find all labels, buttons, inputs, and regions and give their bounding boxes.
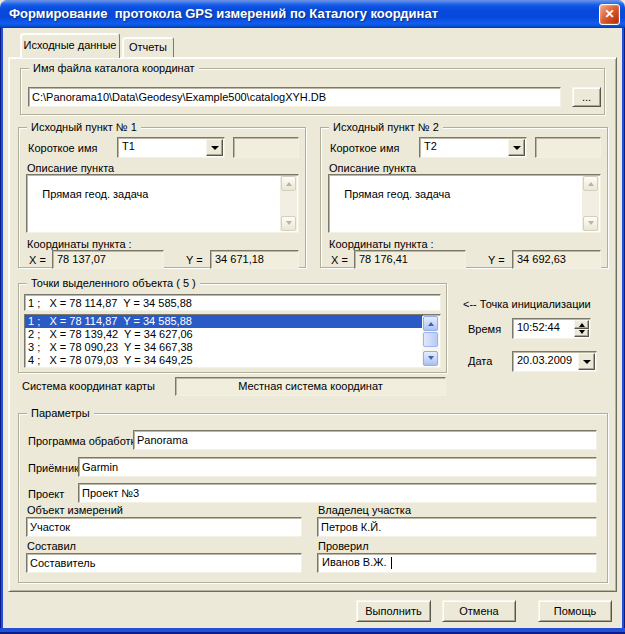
point2-y-value: 34 692,63 [512,250,601,269]
list-item[interactable]: 2 ; X = 78 139,42 Y = 34 627,06 [25,328,423,341]
window-title: Формирование протокола GPS измерений по … [9,0,438,27]
checker-input[interactable]: Иванов В.Ж. [317,553,597,573]
receiver-label: Приёмник [28,462,79,474]
params-group-legend: Параметры [27,407,94,420]
date-value: 20.03.2009 [517,354,572,366]
point1-x-label: X = [29,254,46,266]
project-input[interactable] [78,483,597,503]
point2-group-legend: Исходный пункт № 2 [329,121,443,134]
point1-description-memo[interactable]: Прямая геод. задача [26,174,299,233]
checker-label: Проверил [318,540,369,552]
point1-description-label: Описание пункта [27,162,114,174]
help-button[interactable]: Помощь [538,600,612,622]
points-list-scrollbar[interactable] [422,316,439,366]
point1-coords-label: Координаты пункта : [27,238,132,250]
points-list[interactable]: 1 ; X = 78 114,87 Y = 34 585,88 2 ; X = … [24,314,441,368]
scroll-down-icon[interactable] [281,216,296,231]
point1-group-legend: Исходный пункт № 1 [27,121,141,134]
scroll-up-icon[interactable] [423,316,438,331]
program-input[interactable] [133,430,597,450]
point2-x-value: 78 176,41 [354,250,466,269]
point2-description-memo[interactable]: Прямая геод. задача [328,174,601,233]
owner-input[interactable] [317,517,597,537]
coord-system-value: Местная система координат [175,377,446,396]
close-icon[interactable]: ✕ [599,4,620,25]
checker-value: Иванов В.Ж. [322,556,386,568]
browse-ellipsis-button[interactable]: ... [572,87,601,107]
compiler-label: Составил [27,540,76,552]
scroll-up-icon[interactable] [583,176,598,191]
point2-extra-field [535,137,601,158]
coord-system-label: Система координат карты [22,380,155,392]
execute-button[interactable]: Выполнить [356,600,431,622]
list-item[interactable]: 1 ; X = 78 114,87 Y = 34 585,88 [25,315,423,328]
catalog-path-input[interactable] [28,87,561,107]
scroll-down-icon[interactable] [583,216,598,231]
chevron-down-icon[interactable] [508,139,525,156]
scroll-up-icon[interactable] [281,176,296,191]
time-label: Время [468,323,501,335]
window-border-left [0,28,3,634]
text-caret [391,557,392,569]
window-border-bottom [0,628,625,634]
point2-y-label: Y = [488,254,505,266]
object-input[interactable] [26,517,302,537]
program-label: Программа обработки [28,435,142,447]
point1-y-value: 34 671,18 [210,250,299,269]
point1-x-value: 78 137,07 [52,250,164,269]
tab-reports[interactable]: Отчеты [122,37,174,58]
point1-extra-field [233,137,299,158]
list-item[interactable]: 3 ; X = 78 090,23 Y = 34 667,38 [25,341,423,354]
title-bar[interactable]: Формирование протокола GPS измерений по … [0,0,625,28]
point2-coords-label: Координаты пункта : [329,238,434,250]
scroll-down-icon[interactable] [423,351,438,366]
chevron-down-icon[interactable] [206,139,223,156]
file-name-group-legend: Имя файла каталога координат [29,62,199,75]
spin-up-icon[interactable] [574,320,589,329]
current-point-input[interactable] [24,294,441,311]
point1-y-label: Y = [186,254,203,266]
spin-down-icon[interactable] [574,329,589,338]
list-item[interactable]: 4 ; X = 78 079,03 Y = 34 649,25 [25,354,423,367]
date-combo[interactable]: 20.03.2009 [512,351,597,372]
dialog-window: Формирование протокола GPS измерений по … [0,0,625,634]
point1-short-name-combo[interactable]: T1 [117,137,225,158]
point2-description-text: Прямая геод. задача [344,188,450,200]
point1-short-name-label: Короткое имя [28,142,97,154]
point2-description-label: Описание пункта [329,162,416,174]
point1-memo-scrollbar[interactable] [280,176,297,231]
points-group-legend: Точки выделенного объекта ( 5 ) [27,277,200,290]
object-label: Объект измерений [27,504,123,516]
cancel-button[interactable]: Отмена [442,600,516,622]
time-spinner[interactable]: 10:52:44 [512,318,591,339]
point2-short-name-value: T2 [424,140,437,152]
chevron-down-icon[interactable] [578,353,595,370]
point2-short-name-combo[interactable]: T2 [419,137,527,158]
time-value: 10:52:44 [517,321,560,333]
owner-label: Владелец участка [318,504,411,516]
compiler-input[interactable] [26,553,302,573]
point2-memo-scrollbar[interactable] [582,176,599,231]
point2-x-label: X = [331,254,348,266]
point1-short-name-value: T1 [122,140,135,152]
init-point-label: <-- Точка инициализации [463,298,591,310]
point1-description-text: Прямая геод. задача [42,188,148,200]
tab-source-data[interactable]: Исходные данные [20,33,120,58]
project-label: Проект [28,488,64,500]
receiver-input[interactable] [78,457,597,477]
point2-short-name-label: Короткое имя [330,142,399,154]
scrollbar-thumb[interactable] [423,332,438,347]
time-spin-buttons[interactable] [574,320,589,337]
date-label: Дата [468,355,492,367]
